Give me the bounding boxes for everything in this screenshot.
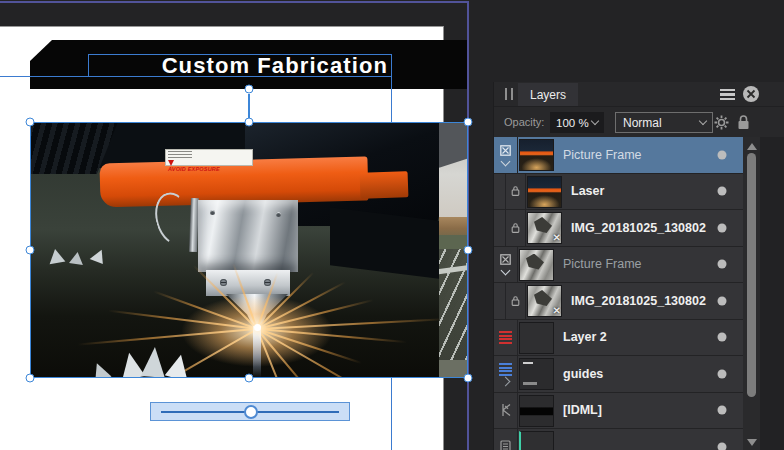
clip-badge-icon (511, 295, 520, 307)
layer-gutter[interactable] (494, 356, 518, 392)
layer-badge-cell (506, 174, 526, 210)
panel-toolbar: Opacity: 100 % Normal (494, 106, 784, 137)
visibility-toggle[interactable] (718, 223, 727, 232)
visibility-toggle[interactable] (718, 296, 727, 305)
visibility-toggle[interactable] (718, 333, 727, 342)
text-frame-guide-horizontal (0, 76, 88, 77)
close-icon (746, 89, 756, 99)
opacity-label: Opacity: (504, 116, 544, 128)
layer-gutter[interactable] (494, 247, 518, 283)
red-stack-icon (499, 331, 512, 344)
layer-thumbnail[interactable] (519, 139, 554, 171)
layer-thumbnail[interactable]: ✕ (527, 212, 562, 244)
tab-layers[interactable]: Layers (518, 83, 578, 106)
layer-gutter (494, 320, 518, 356)
selection-handle-top-center[interactable] (245, 118, 254, 127)
visibility-toggle[interactable] (718, 150, 727, 159)
layer-row-laser[interactable]: Laser (494, 174, 743, 211)
scroll-up-button[interactable] (747, 143, 757, 150)
visibility-toggle[interactable] (718, 187, 727, 196)
layer-label: Layer 2 (563, 330, 607, 344)
canvas[interactable]: AVOID EXPOSURE (0, 0, 493, 450)
close-panel-button[interactable] (743, 86, 759, 102)
lock-icon[interactable] (737, 115, 750, 130)
layer-badge-cell (506, 210, 526, 246)
layer-label: Picture Frame (563, 257, 642, 271)
scroll-down-button[interactable] (747, 439, 757, 446)
layer-gutter (494, 429, 518, 450)
scroll-thumb[interactable] (747, 153, 756, 397)
opacity-value: 100 % (556, 117, 589, 129)
layer-label: Laser (571, 184, 604, 198)
selection-handle-bottom-left[interactable] (26, 374, 35, 383)
panel-header: Layers (494, 82, 784, 106)
panel-menu-button[interactable] (720, 89, 735, 100)
layer-row-picture-frame-1[interactable]: Picture Frame (494, 137, 743, 174)
layer-thumbnail[interactable] (527, 176, 562, 208)
layer-row-layer2[interactable]: Layer 2 (494, 320, 743, 357)
layer-thumbnail[interactable] (519, 322, 554, 354)
layer-row-picture-frame-2[interactable]: Picture Frame (494, 247, 743, 284)
layer-row-guides[interactable]: guides (494, 356, 743, 393)
visibility-toggle[interactable] (718, 442, 727, 450)
layer-thumbnail[interactable] (519, 431, 554, 450)
selection-handle-bottom-right[interactable] (464, 374, 473, 383)
expand-chevron-down-icon[interactable] (501, 266, 511, 276)
layer-row-img-2[interactable]: ✕ IMG_20181025_130802 (494, 283, 743, 320)
layer-row-partial[interactable] (494, 429, 743, 450)
layer-label: IMG_20181025_130802 (571, 294, 706, 308)
layer-label: [IDML] (563, 403, 602, 417)
document-glyph-icon (500, 440, 511, 450)
bleed-line-top (0, 1, 469, 3)
layer-row-idml[interactable]: [IDML] (494, 393, 743, 430)
layer-indent (494, 283, 506, 319)
opacity-dropdown[interactable]: 100 % (550, 112, 604, 133)
selection-handle-top-left[interactable] (26, 118, 35, 127)
layer-indent (494, 210, 506, 246)
layer-row-img-1[interactable]: ✕ IMG_20181025_130802 (494, 210, 743, 247)
visibility-toggle[interactable] (718, 406, 727, 415)
layer-label: guides (563, 367, 603, 381)
layer-thumbnail[interactable] (519, 249, 554, 281)
panel-drag-grip-icon[interactable] (505, 88, 513, 100)
gear-icon[interactable] (714, 115, 729, 130)
blend-mode-value: Normal (623, 116, 662, 130)
expand-chevron-down-icon[interactable] (501, 156, 511, 166)
layer-label: IMG_20181025_130802 (571, 221, 706, 235)
layer-gutter (494, 393, 518, 429)
selection-box[interactable] (30, 122, 468, 378)
selection-handle-bottom-center[interactable] (245, 374, 254, 383)
cropped-x-badge-icon: ✕ (553, 233, 561, 243)
picture-frame-checkbox-icon (500, 254, 511, 265)
selection-handle-top-right[interactable] (464, 118, 473, 127)
picture-frame-checkbox-icon (500, 145, 511, 156)
layer-label: Picture Frame (563, 148, 642, 162)
divider-object[interactable] (150, 402, 350, 421)
layer-thumbnail[interactable] (519, 395, 554, 427)
rotation-handle[interactable] (245, 85, 254, 94)
visibility-toggle[interactable] (718, 369, 727, 378)
layer-badge-cell (506, 283, 526, 319)
chevron-down-icon (699, 117, 707, 125)
panel-right-filler (760, 137, 784, 450)
title-text-frame[interactable]: Custom Fabrication (88, 54, 392, 77)
layers-panel: Layers Opacity: 100 % Normal (493, 82, 784, 450)
clip-badge-icon (511, 185, 520, 197)
chevron-down-icon (591, 117, 599, 125)
divider-handle[interactable] (244, 405, 258, 419)
layer-thumbnail[interactable]: ✕ (527, 285, 562, 317)
banner-title: Custom Fabrication (162, 53, 388, 78)
selection-handle-mid-left[interactable] (26, 246, 35, 255)
blend-mode-dropdown[interactable]: Normal (615, 112, 713, 133)
expand-chevron-right-icon[interactable] (501, 376, 511, 386)
scrollbar[interactable] (743, 137, 760, 450)
blue-stack-icon (499, 363, 512, 376)
layer-gutter[interactable] (494, 137, 518, 173)
selection-handle-mid-right[interactable] (464, 246, 473, 255)
constraint-glyph-icon (500, 403, 512, 417)
cropped-x-badge-icon: ✕ (553, 306, 561, 316)
clip-badge-icon (511, 222, 520, 234)
layer-indent (494, 174, 506, 210)
layer-thumbnail[interactable] (519, 358, 554, 390)
visibility-toggle[interactable] (718, 260, 727, 269)
